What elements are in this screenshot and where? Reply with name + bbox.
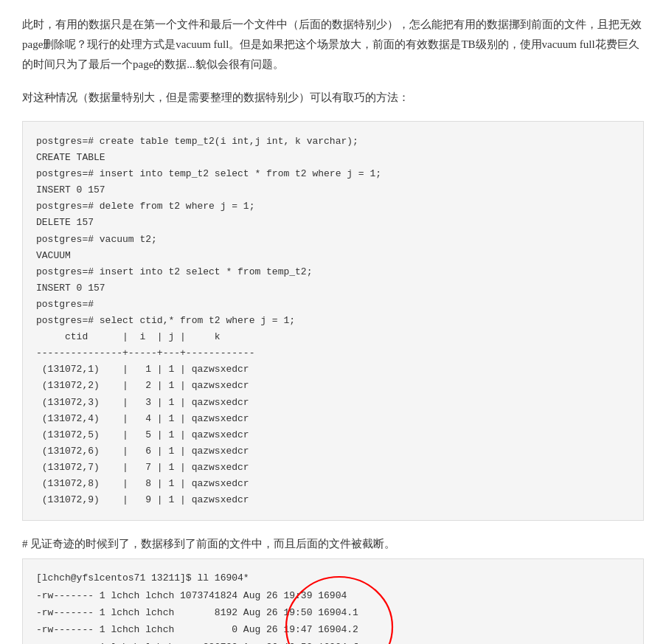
terminal-wrapper: [lchch@yfslcentos71 13211]$ ll 16904* -r… (22, 558, 644, 644)
intro-paragraph: 此时，有用的数据只是在第一个文件和最后一个文件中（后面的数据特别少），怎么能把有… (22, 15, 644, 75)
terminal-line2: -rw------- 1 lchch lchch 1073741824 Aug … (36, 590, 347, 601)
terminal-line3: -rw------- 1 lchch lchch 8192 Aug 26 19:… (36, 607, 358, 618)
terminal-line4: -rw------- 1 lchch lchch 0 Aug 26 19:47 … (36, 624, 358, 635)
method-paragraph: 对这种情况（数据量特别大，但是需要整理的数据特别少）可以有取巧的方法： (22, 88, 644, 108)
code-block: postgres=# create table temp_t2(i int,j … (22, 121, 644, 521)
note-text: # 见证奇迹的时候到了，数据移到了前面的文件中，而且后面的文件被截断。 (22, 534, 644, 554)
terminal-block: [lchch@yfslcentos71 13211]$ ll 16904* -r… (22, 558, 644, 644)
terminal-line1: [lchch@yfslcentos71 13211]$ ll 16904* (36, 572, 249, 584)
